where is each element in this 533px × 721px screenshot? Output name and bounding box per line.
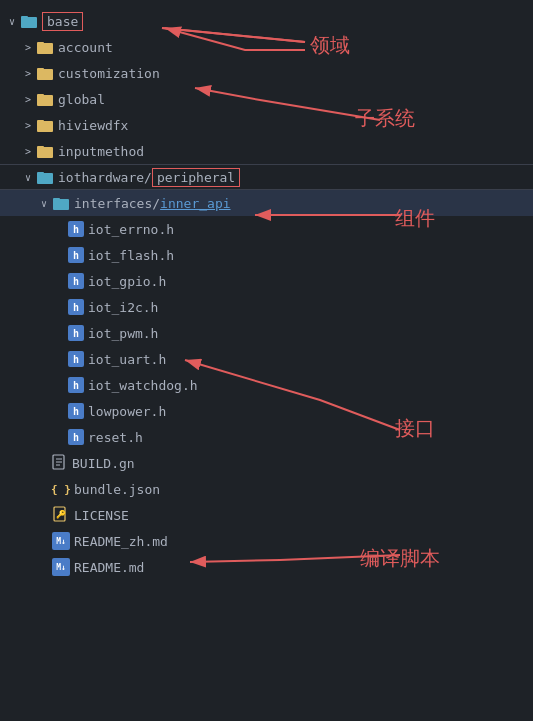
folder-icon-interfaces [52,194,70,212]
h-icon-iot-watchdog: h [68,377,84,393]
folder-icon-inputmethod [36,142,54,160]
bundle-json-label: bundle.json [74,482,160,497]
tree-item-build-gn[interactable]: BUILD.gn [0,450,533,476]
build-gn-label: BUILD.gn [72,456,135,471]
svg-rect-9 [37,120,44,123]
path-sep-2: / [152,196,160,211]
account-label: account [58,40,113,55]
tree-item-bundle-json[interactable]: { } bundle.json [0,476,533,502]
base-label: base [42,12,83,31]
tree-item-inputmethod[interactable]: inputmethod [0,138,533,164]
svg-rect-13 [37,172,44,175]
tree-item-iot-gpio[interactable]: h iot_gpio.h [0,268,533,294]
h-icon-lowpower: h [68,403,84,419]
tree-item-iot-i2c[interactable]: h iot_i2c.h [0,294,533,320]
h-icon-iot-gpio: h [68,273,84,289]
tree-item-iothardware[interactable]: iothardware / peripheral [0,164,533,190]
h-icon-iot-flash: h [68,247,84,263]
interfaces-label: interfaces [74,196,152,211]
readme-zh-label: README_zh.md [74,534,168,549]
expand-arrow-customization [20,65,36,81]
tree-item-reset[interactable]: h reset.h [0,424,533,450]
reset-label: reset.h [88,430,143,445]
json-file-icon: { } [52,480,70,498]
md-icon-readme: M↓ [52,558,70,576]
tree-item-iot-errno[interactable]: h iot_errno.h [0,216,533,242]
tree-item-iot-pwm[interactable]: h iot_pwm.h [0,320,533,346]
svg-text:🔑: 🔑 [56,509,66,519]
expand-arrow-base [4,13,20,29]
tree-item-lowpower[interactable]: h lowpower.h [0,398,533,424]
gn-file-icon [52,454,68,472]
tree-item-account[interactable]: account [0,34,533,60]
h-icon-iot-uart: h [68,351,84,367]
license-file-icon: 🔑 [52,506,70,524]
iot-gpio-label: iot_gpio.h [88,274,166,289]
readme-label: README.md [74,560,144,575]
svg-rect-1 [21,16,28,19]
folder-icon-global [36,90,54,108]
lowpower-label: lowpower.h [88,404,166,419]
folder-icon-account [36,38,54,56]
h-icon-iot-errno: h [68,221,84,237]
svg-rect-15 [53,198,60,201]
expand-arrow-global [20,91,36,107]
svg-rect-5 [37,68,44,71]
customization-label: customization [58,66,160,81]
tree-item-hiviewdfx[interactable]: hiviewdfx [0,112,533,138]
expand-arrow-interfaces [36,195,52,211]
folder-icon-customization [36,64,54,82]
iot-flash-label: iot_flash.h [88,248,174,263]
path-sep-1: / [144,170,152,185]
iot-watchdog-label: iot_watchdog.h [88,378,198,393]
hiviewdfx-label: hiviewdfx [58,118,128,133]
iot-pwm-label: iot_pwm.h [88,326,158,341]
folder-icon-iothardware [36,168,54,186]
folder-icon-base [20,12,38,30]
tree-item-global[interactable]: global [0,86,533,112]
expand-arrow-hiviewdfx [20,117,36,133]
tree-item-license[interactable]: 🔑 LICENSE [0,502,533,528]
h-icon-iot-pwm: h [68,325,84,341]
tree-item-interfaces[interactable]: interfaces / inner_api [0,190,533,216]
iot-errno-label: iot_errno.h [88,222,174,237]
md-icon-readme-zh: M↓ [52,532,70,550]
tree-item-readme-zh[interactable]: M↓ README_zh.md [0,528,533,554]
tree-item-iot-uart[interactable]: h iot_uart.h [0,346,533,372]
license-label: LICENSE [74,508,129,523]
expand-arrow-account [20,39,36,55]
iot-uart-label: iot_uart.h [88,352,166,367]
tree-item-iot-flash[interactable]: h iot_flash.h [0,242,533,268]
expand-arrow-inputmethod [20,143,36,159]
folder-icon-hiviewdfx [36,116,54,134]
h-icon-iot-i2c: h [68,299,84,315]
file-tree: base account customization [0,0,533,588]
tree-item-base[interactable]: base [0,8,533,34]
inputmethod-label: inputmethod [58,144,144,159]
tree-item-iot-watchdog[interactable]: h iot_watchdog.h [0,372,533,398]
peripheral-label: peripheral [152,168,240,187]
global-label: global [58,92,105,107]
tree-item-readme[interactable]: M↓ README.md [0,554,533,580]
svg-rect-3 [37,42,44,45]
h-icon-reset: h [68,429,84,445]
svg-rect-11 [37,146,44,149]
iot-i2c-label: iot_i2c.h [88,300,158,315]
svg-rect-7 [37,94,44,97]
tree-item-customization[interactable]: customization [0,60,533,86]
inner-api-label[interactable]: inner_api [160,196,230,211]
iothardware-label: iothardware [58,170,144,185]
expand-arrow-iothardware [20,169,36,185]
